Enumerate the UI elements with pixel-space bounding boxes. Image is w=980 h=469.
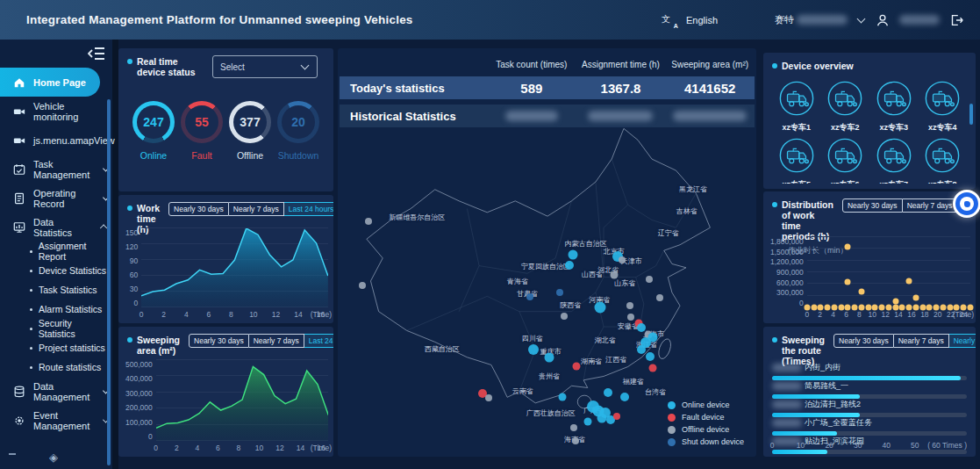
device-dot[interactable] bbox=[544, 353, 554, 363]
sidebar-item-home-page[interactable]: Home Page bbox=[0, 68, 100, 97]
sidebar-scrollbar[interactable] bbox=[107, 99, 111, 465]
device-select-dropdown[interactable]: Select bbox=[212, 55, 318, 78]
chart-icon bbox=[12, 220, 25, 234]
sidebar-subitem-route-statistics[interactable]: Route statistics bbox=[0, 357, 107, 377]
device-dot[interactable] bbox=[597, 413, 606, 422]
sidebar-item-event-management[interactable]: Event Management bbox=[0, 406, 107, 435]
x-tick-label: 20 bbox=[934, 310, 941, 319]
device-dot[interactable] bbox=[583, 418, 591, 426]
x-tick-label: 2 bbox=[818, 310, 822, 319]
device-item-xz专车4[interactable]: xz专车4 bbox=[919, 80, 968, 133]
sidebar-subitem-device-statistics[interactable]: Device Statistics bbox=[0, 261, 107, 280]
sweeper-vehicle-icon bbox=[924, 137, 961, 177]
device-dot[interactable] bbox=[359, 282, 366, 289]
device-dot[interactable] bbox=[627, 314, 634, 321]
stat-header-sweeping-area: Sweeping area (m²) bbox=[665, 60, 755, 69]
legend-item-offline-device: Offline device bbox=[668, 425, 744, 434]
route-label: 泊边清扫_路线2 bbox=[772, 399, 967, 410]
device-dot[interactable] bbox=[485, 394, 492, 401]
device-dot[interactable] bbox=[569, 249, 578, 259]
x-tick-label: 4 bbox=[831, 310, 835, 319]
device-dot[interactable] bbox=[646, 276, 653, 283]
device-dot[interactable] bbox=[572, 437, 579, 444]
sidebar-item-data-statistics[interactable]: Data Statistics bbox=[0, 213, 107, 242]
filter-last-24-hours[interactable]: Last 24 hours bbox=[304, 334, 333, 348]
device-dot[interactable] bbox=[619, 256, 626, 263]
panel-title-dot bbox=[127, 59, 132, 64]
gauge-ring: 377 bbox=[229, 101, 271, 143]
device-grid-scrollbar[interactable] bbox=[969, 104, 973, 125]
user-icon[interactable] bbox=[875, 12, 891, 28]
filter-nearly-30-days[interactable]: Nearly 30 days bbox=[833, 334, 894, 348]
sidebar-subitem-alarm-statistics[interactable]: Alarm Statistics bbox=[0, 299, 107, 319]
sidebar-item-vehicle-monitoring[interactable]: Vehicle monitoring bbox=[0, 97, 107, 126]
filter-nearly-7-days[interactable]: Nearly 7 days bbox=[903, 198, 958, 213]
province-label-台湾省: 台湾省 bbox=[645, 387, 666, 397]
route-row[interactable]: 泊边清扫_路线2 bbox=[772, 399, 967, 417]
logout-icon[interactable] bbox=[948, 12, 964, 28]
sidebar-subitem-task-statistics[interactable]: Task Statistics bbox=[0, 280, 107, 299]
sidebar-subitem-security-statistics[interactable]: Security Statistics bbox=[0, 319, 107, 338]
device-dot[interactable] bbox=[565, 261, 574, 270]
device-dot[interactable] bbox=[561, 313, 568, 320]
device-dot[interactable] bbox=[637, 323, 646, 332]
route-row[interactable]: 小广场_全覆盖任务 bbox=[772, 417, 967, 436]
device-item-xz专车7[interactable]: xz专车7 bbox=[869, 137, 919, 184]
device-dot[interactable] bbox=[626, 302, 633, 309]
filter-nearly-7-days[interactable]: Nearly 7 days bbox=[894, 334, 949, 348]
sweeping-route-panel: Sweeping the route (Times)Nearly 30 days… bbox=[763, 327, 976, 457]
filter-nearly-30-days[interactable]: Nearly 30 days bbox=[189, 334, 249, 348]
device-dot[interactable] bbox=[570, 424, 577, 431]
province-label-山东省: 山东省 bbox=[614, 278, 635, 287]
device-item-xz专车2[interactable]: xz专车2 bbox=[821, 80, 870, 133]
device-item-xz专车3[interactable]: xz专车3 bbox=[869, 80, 919, 133]
panel-title-text: Sweeping area (m²) bbox=[137, 335, 180, 356]
device-dot[interactable] bbox=[649, 364, 657, 372]
filter-nearly-7-days[interactable]: Nearly 7 days bbox=[229, 202, 284, 216]
device-dot[interactable] bbox=[613, 413, 620, 420]
filter-nearly-7-days[interactable]: Nearly 7 days bbox=[249, 334, 304, 348]
device-dot[interactable] bbox=[365, 218, 372, 225]
device-item-xz专车1[interactable]: xz专车1 bbox=[772, 80, 821, 133]
device-item-xz专车8[interactable]: xz专车8 bbox=[919, 137, 968, 184]
sidebar-subitem-label: Device Statistics bbox=[39, 265, 106, 276]
device-dot[interactable] bbox=[528, 344, 539, 355]
device-dot[interactable] bbox=[595, 301, 606, 313]
sidebar-item-js-menu-amapview[interactable]: js.menu.amapView bbox=[0, 126, 107, 155]
device-item-xz专车5[interactable]: xz专车5 bbox=[772, 137, 821, 184]
device-dot[interactable] bbox=[604, 388, 612, 397]
filter-nearly-30-days[interactable]: Nearly 30 days bbox=[842, 198, 903, 213]
gauge-shutdown[interactable]: 20Shutdown bbox=[275, 101, 321, 161]
device-dot[interactable] bbox=[620, 393, 629, 401]
sidebar-item-operating-record[interactable]: Operating Record bbox=[0, 184, 107, 213]
filter-nearly-30-days[interactable]: Nearly 30 days bbox=[168, 202, 229, 216]
device-dot[interactable] bbox=[572, 362, 580, 370]
device-dot[interactable] bbox=[559, 393, 567, 401]
gauge-offline[interactable]: 377Offline bbox=[227, 101, 273, 161]
floating-assistant-button[interactable] bbox=[953, 190, 980, 218]
stat-header-task-count: Task count (times) bbox=[487, 60, 576, 69]
device-dot[interactable] bbox=[637, 345, 646, 354]
route-row[interactable]: 简易路线_一 bbox=[772, 380, 967, 399]
language-selector[interactable]: English bbox=[686, 15, 718, 25]
device-dot[interactable] bbox=[646, 352, 655, 361]
panel-title: Sweeping area (m²) bbox=[118, 327, 189, 356]
sidebar-item-data-management[interactable]: Data Management bbox=[0, 377, 107, 406]
sidebar-collapse-icon[interactable] bbox=[88, 47, 105, 61]
sidebar-item-task-management[interactable]: Task Management bbox=[0, 155, 107, 184]
filter-last-24-hours[interactable]: Last 24 hours bbox=[284, 202, 333, 216]
route-row[interactable]: 内街_内街 bbox=[772, 362, 967, 380]
device-dot[interactable] bbox=[526, 293, 533, 300]
device-dot[interactable] bbox=[656, 294, 663, 301]
filter-nearly-1-day[interactable]: Nearly 1 day bbox=[949, 334, 976, 348]
tenant-chevron-down-icon[interactable] bbox=[857, 14, 866, 23]
gauge-fault[interactable]: 55Fault bbox=[179, 101, 225, 161]
x-tick-label: 50 bbox=[911, 441, 919, 450]
device-dot[interactable] bbox=[610, 271, 618, 279]
sidebar-subitem-project-statistics[interactable]: Project statistics bbox=[0, 338, 107, 357]
sidebar-subitem-assignment-report[interactable]: Assignment Report bbox=[0, 242, 107, 261]
device-dot[interactable] bbox=[556, 289, 563, 296]
device-item-xz专车6[interactable]: xz专车6 bbox=[821, 137, 870, 184]
gauge-value: 55 bbox=[195, 115, 209, 129]
gauge-online[interactable]: 247Online bbox=[131, 101, 176, 161]
